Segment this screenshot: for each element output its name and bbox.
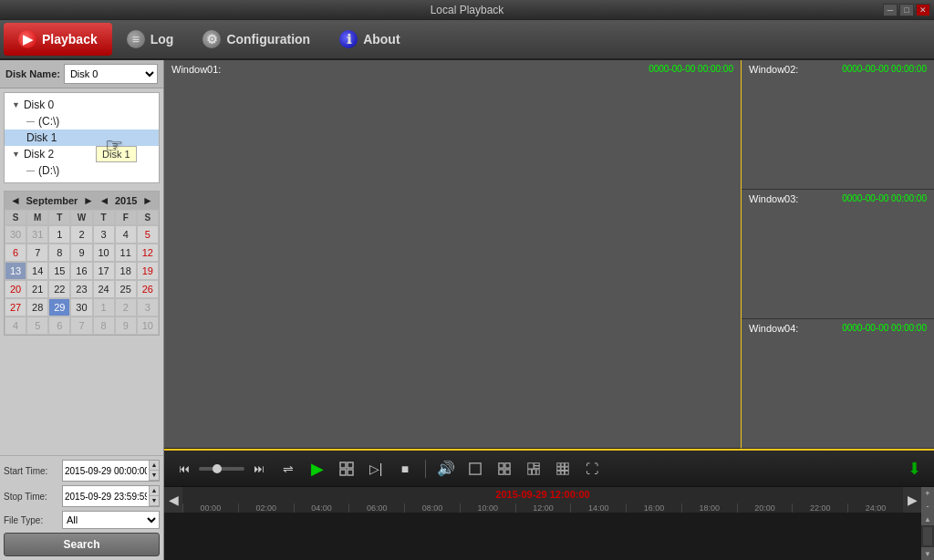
calendar-day[interactable]: 28 xyxy=(26,298,48,316)
tree-item-c[interactable]: — (C:\) xyxy=(5,113,159,130)
stop-button[interactable]: ■ xyxy=(392,456,418,482)
calendar-day[interactable]: 6 xyxy=(48,316,70,335)
calendar-day[interactable]: 19 xyxy=(137,262,159,280)
calendar-day[interactable]: 27 xyxy=(5,298,26,316)
download-button[interactable]: ⬇ xyxy=(901,456,927,482)
prev-frame-button[interactable]: ⏮ xyxy=(171,456,197,482)
cal-prev-month[interactable]: ◄ xyxy=(10,194,21,207)
calendar-day[interactable]: 25 xyxy=(115,280,137,298)
tab-about[interactable]: ℹ About xyxy=(325,23,414,56)
start-time-input[interactable] xyxy=(63,465,149,477)
calendar-day[interactable]: 7 xyxy=(26,244,48,262)
calendar-day[interactable]: 5 xyxy=(26,316,48,335)
calendar-day[interactable]: 23 xyxy=(70,280,92,298)
calendar-day[interactable]: 20 xyxy=(5,280,26,298)
tree-disk2-label: Disk 2 xyxy=(24,148,54,161)
calendar-day[interactable]: 9 xyxy=(115,316,137,335)
stop-spin-up[interactable]: ▲ xyxy=(150,486,159,496)
svg-rect-3 xyxy=(348,470,353,475)
calendar-day[interactable]: 4 xyxy=(5,316,26,335)
playback-speed-slider[interactable] xyxy=(199,467,244,471)
calendar-day[interactable]: 30 xyxy=(5,225,26,244)
calendar-day[interactable]: 4 xyxy=(115,225,137,244)
expand-icon: ▼ xyxy=(12,100,20,109)
play-button[interactable]: ▶ xyxy=(305,456,330,482)
calendar-day[interactable]: 26 xyxy=(137,280,159,298)
calendar-day[interactable]: 30 xyxy=(70,298,92,316)
minimize-button[interactable]: ─ xyxy=(883,4,898,16)
step-forward-button[interactable]: ▷| xyxy=(363,456,389,482)
tl-scroll-thumb[interactable] xyxy=(923,527,932,545)
calendar-day[interactable]: 31 xyxy=(26,225,48,244)
maximize-button[interactable]: □ xyxy=(899,4,914,16)
calendar-day[interactable]: 2 xyxy=(115,298,137,316)
tree-item-d[interactable]: — (D:\) xyxy=(5,162,159,179)
calendar-day[interactable]: 1 xyxy=(48,225,70,244)
stop-spin-down[interactable]: ▼ xyxy=(150,496,159,506)
start-spin-down[interactable]: ▼ xyxy=(150,471,159,481)
calendar-day[interactable]: 2 xyxy=(70,225,92,244)
tl-scroll-up[interactable]: ▲ xyxy=(921,513,934,525)
tab-log[interactable]: ≡ Log xyxy=(112,23,189,56)
layout-single-button[interactable] xyxy=(462,456,488,482)
tab-configuration[interactable]: ⚙ Configuration xyxy=(188,23,325,56)
calendar-day[interactable]: 16 xyxy=(70,262,92,280)
calendar-day[interactable]: 8 xyxy=(93,316,115,335)
stop-time-input[interactable] xyxy=(63,491,149,503)
tab-playback[interactable]: ▶ Playback xyxy=(4,23,112,56)
calendar-day[interactable]: 12 xyxy=(137,244,159,262)
calendar-day[interactable]: 7 xyxy=(70,316,92,335)
layout-6-button[interactable] xyxy=(521,456,546,482)
calendar-day[interactable]: 3 xyxy=(137,298,159,316)
calendar-day[interactable]: 15 xyxy=(48,262,70,280)
cal-next-month[interactable]: ► xyxy=(83,194,94,207)
tree-item-disk2[interactable]: ▼ Disk 2 xyxy=(5,146,159,162)
calendar-day[interactable]: 21 xyxy=(26,280,48,298)
tree-item-disk1[interactable]: Disk 1 xyxy=(5,130,159,146)
tree-item-disk0[interactable]: ▼ Disk 0 xyxy=(5,97,159,113)
calendar-day[interactable]: 17 xyxy=(93,262,115,280)
calendar-day[interactable]: 1 xyxy=(93,298,115,316)
cal-next-year[interactable]: ► xyxy=(142,194,153,207)
calendar-day[interactable]: 24 xyxy=(93,280,115,298)
layout-4-button[interactable] xyxy=(492,456,517,482)
layout-2x2-button[interactable] xyxy=(334,456,359,482)
calendar-day[interactable]: 8 xyxy=(48,244,70,262)
calendar-day[interactable]: 6 xyxy=(5,244,26,262)
layout-9-button[interactable] xyxy=(550,456,576,482)
calendar-day[interactable]: 11 xyxy=(115,244,137,262)
sidebar: Disk Name: Disk 0 Disk 1 Disk 2 ▼ Disk 0… xyxy=(0,60,164,560)
timeline-zoom-in[interactable]: + xyxy=(921,487,934,500)
calendar-day[interactable]: 29 xyxy=(48,298,70,316)
calendar-day[interactable]: 22 xyxy=(48,280,70,298)
calendar-day[interactable]: 14 xyxy=(26,262,48,280)
disk-name-select[interactable]: Disk 0 Disk 1 Disk 2 xyxy=(64,64,158,84)
svg-rect-16 xyxy=(561,462,565,466)
fullscreen-button[interactable]: ⛶ xyxy=(579,456,605,482)
calendar-day[interactable]: 9 xyxy=(70,244,92,262)
start-spin-up[interactable]: ▲ xyxy=(150,461,159,471)
calendar-day[interactable]: 3 xyxy=(93,225,115,244)
sync-button[interactable]: ⇌ xyxy=(275,456,301,482)
calendar-day[interactable]: 13 xyxy=(5,262,26,280)
calendar-day[interactable]: 10 xyxy=(93,244,115,262)
timeline-next-button[interactable]: ▶ xyxy=(903,487,921,513)
close-button[interactable]: ✕ xyxy=(916,4,930,16)
volume-icon[interactable]: 🔊 xyxy=(433,456,459,482)
tl-scroll-down[interactable]: ▼ xyxy=(921,547,934,560)
cal-prev-year[interactable]: ◄ xyxy=(99,194,109,207)
search-button[interactable]: Search xyxy=(4,533,160,556)
timeline-zoom-out[interactable]: - xyxy=(921,500,934,513)
stop-time-spin[interactable]: ▲ ▼ xyxy=(149,486,159,506)
tab-playback-label: Playback xyxy=(42,32,98,47)
filetype-select[interactable]: All Regular Alarm Motion xyxy=(62,511,160,529)
calendar-day[interactable]: 18 xyxy=(115,262,137,280)
calendar-day[interactable]: 10 xyxy=(137,316,159,335)
timeline-ruler[interactable]: 2015-09-29 12:00:00 00:0002:0004:0006:00… xyxy=(182,487,903,513)
next-frame-button[interactable]: ⏭ xyxy=(246,456,272,482)
timeline-prev-button[interactable]: ◀ xyxy=(164,487,182,513)
start-time-spin[interactable]: ▲ ▼ xyxy=(149,461,159,481)
calendar-day[interactable]: 5 xyxy=(137,225,159,244)
timeline-current-time: 2015-09-29 12:00:00 xyxy=(495,489,589,500)
disk-name-bar: Disk Name: Disk 0 Disk 1 Disk 2 xyxy=(0,60,163,88)
